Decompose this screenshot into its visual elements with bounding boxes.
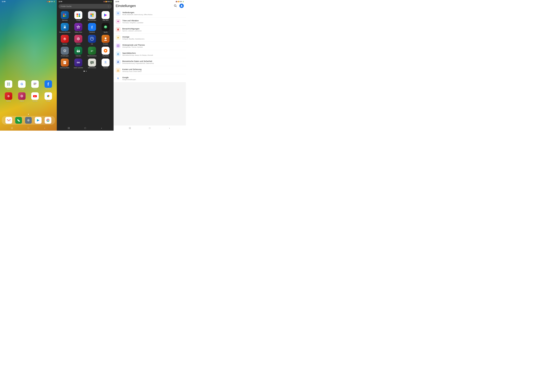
nav-home-home[interactable]: □ — [27, 127, 30, 130]
drawer-uhr[interactable]: Uhr — [86, 34, 98, 45]
einstellungen-drawer-icon — [61, 47, 69, 55]
settings-item-hintergruende[interactable]: Hintergründe und Themes Hintergründe, Th… — [114, 42, 186, 50]
benachrichtigungen-title: Benachrichtigungen — [122, 28, 184, 30]
dock-settings[interactable] — [25, 117, 32, 124]
drawer-samsung-notes[interactable]: Samsung Notes — [58, 58, 71, 69]
toene-subtitle: Tonmodus, Klingelton, Lautstärke — [122, 22, 184, 24]
dock-playstore[interactable] — [35, 117, 41, 124]
playstore-drawer-icon — [102, 11, 110, 19]
sperrbildschirm-title: Sperrbildschirm — [122, 52, 184, 54]
drawer-playstore[interactable]: Play Store — [99, 11, 112, 22]
kontakte-label: Kontakte — [103, 43, 108, 45]
drawer-kamera[interactable]: Kamera — [58, 34, 71, 45]
nav-recent-settings[interactable]: ||| — [128, 127, 131, 130]
dock-gmail[interactable] — [5, 117, 12, 124]
drawer-facebook[interactable]: f Facebook — [86, 23, 98, 33]
kamera-drawer-label: Kamera — [62, 43, 67, 45]
drawer-samsung[interactable]: Samsung — [58, 11, 71, 22]
svg-point-34 — [47, 120, 49, 121]
playmusik-icon — [102, 47, 110, 55]
settings-item-toene[interactable]: Töne und Vibration Tonmodus, Klingelton,… — [114, 17, 186, 25]
toene-text: Töne und Vibration Tonmodus, Klingelton,… — [122, 19, 184, 24]
settings-item-anzeige[interactable]: Anzeige Helligkeit, Blaufilter, Startbil… — [114, 34, 186, 42]
drawer-microsoft[interactable]: Microsoft Apps — [86, 11, 98, 22]
nav-back-home[interactable]: ‹ — [43, 127, 46, 130]
hintergruende-title: Hintergründe und Themes — [122, 44, 184, 46]
nav-back-drawer[interactable]: ‹ — [100, 127, 103, 130]
drawer-kontakte[interactable]: Kontakte — [99, 34, 112, 45]
settings-item-konten[interactable]: Konten und Sicherung Samsung Cloud, Smar… — [114, 66, 186, 74]
drawer-galerie[interactable]: Galerie — [72, 34, 85, 45]
google-apps-label: Google — [76, 20, 80, 21]
drawer-samsung-members[interactable]: Samsung Members — [58, 23, 71, 33]
uhr-label: Uhr — [91, 43, 93, 45]
home-app-kamera[interactable]: Kamera — [3, 92, 15, 102]
drawer-sms[interactable]: SIM SMS Services — [86, 58, 98, 69]
verbindungen-text: Verbindungen WLAN, Bluetooth, Datennutzu… — [122, 11, 184, 15]
biometrisch-title: Biometrische Daten und Sicherheit — [122, 60, 184, 62]
drawer-search-bar[interactable]: Finder-Suche ⋮ — [59, 4, 112, 9]
settings-item-verbindungen[interactable]: Verbindungen WLAN, Bluetooth, Datennutzu… — [114, 9, 186, 17]
nav-recent-home[interactable]: ||| — [10, 127, 14, 130]
nav-recent-drawer[interactable]: ||| — [67, 127, 70, 130]
facebook-home-icon: f — [45, 80, 52, 88]
time-settings: 12:50 — [115, 1, 119, 2]
nav-home-drawer[interactable]: □ — [84, 127, 87, 130]
svg-rect-45 — [90, 13, 95, 18]
settings-item-benachrichtigungen[interactable]: Benachrichtigungen Sperren, zulassen, pr… — [114, 25, 186, 34]
home-app-news[interactable]: News — [29, 80, 41, 90]
drawer-spotify[interactable]: Spotify — [99, 23, 112, 33]
drawer-gboard[interactable]: G Gboard — [99, 58, 112, 69]
svg-point-76 — [92, 39, 92, 39]
drawer-kalender[interactable]: 20 Kalender — [72, 46, 85, 57]
nav-home-settings[interactable]: □ — [148, 127, 151, 130]
svg-point-120 — [118, 54, 118, 55]
samsung-notes-label: Samsung Notes — [60, 67, 69, 69]
home-app-maps[interactable]: Maps — [3, 80, 15, 90]
samsung-apps-label: Samsung — [62, 20, 67, 21]
home-app-facebook[interactable]: f Facebook — [42, 80, 54, 90]
biometric-icon — [116, 60, 121, 64]
drawer-game-launcher[interactable]: Game Launcher — [72, 58, 85, 69]
svg-rect-44 — [79, 15, 80, 17]
settings-item-google[interactable]: G Google Google-Einstellungen — [114, 74, 186, 82]
svg-point-121 — [118, 61, 118, 62]
svg-rect-93 — [64, 61, 66, 64]
biometrisch-text: Biometrische Daten und Sicherheit Gesich… — [122, 60, 184, 64]
settings-item-biometrisch[interactable]: Biometrische Daten und Sicherheit Gesich… — [114, 58, 186, 66]
drawer-taschenrechner[interactable]: ±÷ Taschenrechner — [86, 46, 98, 57]
drawer-google[interactable]: Google — [72, 11, 85, 22]
home-app-google[interactable]: G Google — [16, 80, 28, 90]
drawer-galaxy-store[interactable]: Galaxy Store — [72, 23, 85, 33]
drawer-dot-2 — [86, 71, 87, 72]
home-app-youtube[interactable]: YouTube — [29, 92, 41, 102]
svg-rect-6 — [33, 84, 36, 84]
facebook-label: Facebook — [45, 88, 51, 90]
nav-back-settings[interactable]: ‹ — [168, 127, 171, 130]
svg-point-18 — [22, 97, 22, 97]
gmail-icon — [5, 117, 12, 124]
dock-phone[interactable] — [15, 117, 22, 124]
lock-icon — [116, 51, 121, 56]
settings-avatar[interactable] — [179, 4, 184, 8]
benachrichtigungen-text: Benachrichtigungen Sperren, zulassen, pr… — [122, 28, 184, 32]
drawer-einstellungen[interactable]: Einstellungen — [58, 46, 71, 57]
settings-search-button[interactable] — [173, 4, 177, 8]
svg-point-102 — [79, 62, 79, 63]
status-bar-drawer: 12:50 🔇 📶 51% 🔋 — [57, 0, 114, 3]
settings-item-sperrbildschirm[interactable]: Sperrbildschirm Sperrbildschirmtyp, Alwa… — [114, 50, 186, 58]
settings-list: Verbindungen WLAN, Bluetooth, Datennutzu… — [114, 9, 186, 126]
home-app-gphotos[interactable]: Google — [42, 92, 54, 102]
drawer-playmusik[interactable]: Play Musik — [99, 46, 112, 57]
kalender-icon: 20 — [74, 47, 82, 55]
svg-rect-54 — [77, 27, 79, 27]
nav-bar-settings: ||| □ ‹ — [114, 126, 186, 131]
svg-point-101 — [77, 62, 78, 63]
dock-chrome[interactable] — [45, 117, 51, 124]
status-icons-settings: 🔇 📶 51% 🔋 — [176, 1, 184, 2]
drawer-search-menu[interactable]: ⋮ — [107, 5, 110, 8]
home-app-galerie[interactable]: Galerie — [16, 92, 28, 102]
drawer-dot-1 — [84, 71, 85, 72]
status-icons-home: 🔇 📶 51% 🔋 — [47, 1, 55, 2]
time-home: 12:49 — [2, 1, 5, 2]
